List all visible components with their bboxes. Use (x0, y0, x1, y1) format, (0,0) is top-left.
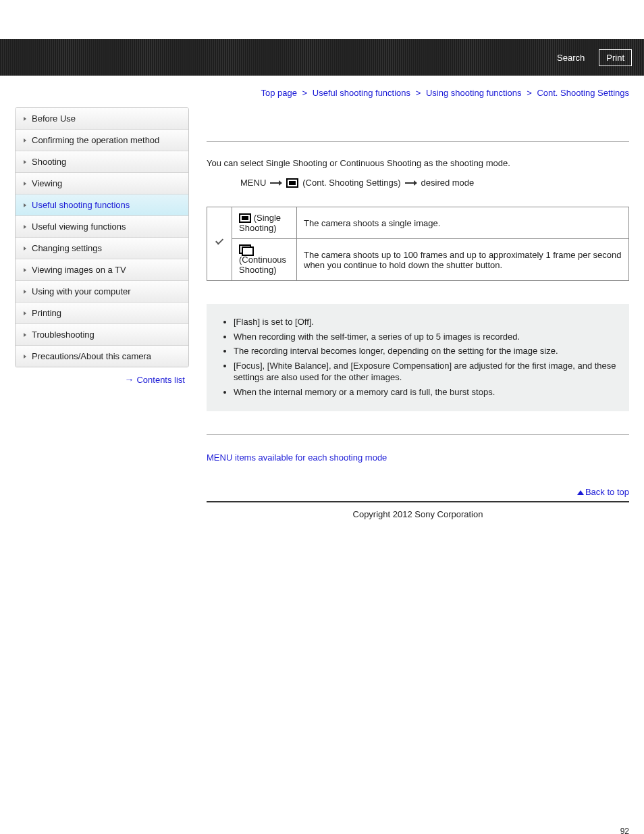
sidebar-item-9[interactable]: Printing (16, 303, 188, 324)
single-shooting-icon (286, 178, 298, 188)
note-item: When the internal memory or a memory car… (234, 386, 617, 398)
note-item: [Focus], [White Balance], and [Exposure … (234, 360, 617, 384)
breadcrumb-sep: > (413, 88, 424, 98)
note-item: [Flash] is set to [Off]. (234, 316, 617, 328)
sidebar-item-1[interactable]: Confirming the operation method (16, 130, 188, 151)
menu-label: MENU (240, 178, 266, 188)
breadcrumb-sep: > (300, 88, 311, 98)
caret-right-icon (24, 182, 26, 186)
sidebar-item-8[interactable]: Using with your computer (16, 281, 188, 303)
breadcrumb-link-top[interactable]: Top page (261, 88, 297, 98)
back-to-top-wrap: Back to top (207, 463, 629, 501)
caret-right-icon (24, 333, 26, 337)
sidebar-item-label: Useful shooting functions (32, 200, 130, 210)
continuous-shooting-icon (239, 244, 251, 254)
caret-right-icon (24, 160, 26, 164)
table-row: (Continuous Shooting)The camera shoots u… (207, 239, 629, 281)
sidebar-item-4[interactable]: Useful shooting functions (16, 194, 188, 216)
triangle-up-icon (577, 490, 584, 495)
arrow-right-icon (405, 181, 417, 185)
sidebar-item-2[interactable]: Shooting (16, 151, 188, 173)
sidebar-item-3[interactable]: Viewing (16, 173, 188, 194)
top-bar: Search Print (0, 39, 644, 76)
caret-right-icon (24, 225, 26, 229)
single-shooting-icon (239, 213, 251, 223)
sidebar-item-0[interactable]: Before Use (16, 108, 188, 130)
note-item: When recording with the self-timer, a se… (234, 331, 617, 343)
sidebar-item-label: Viewing (32, 178, 62, 188)
menu-path: MENU (Cont. Shooting Settings) desired m… (207, 178, 629, 188)
note-item: The recording interval becomes longer, d… (234, 345, 617, 357)
mode-label: (Continuous Shooting) (239, 255, 286, 275)
search-button[interactable]: Search (549, 49, 592, 66)
caret-right-icon (24, 246, 26, 251)
caret-right-icon (24, 117, 26, 121)
intro-text: You can select Single Shooting or Contin… (207, 158, 629, 168)
mode-cell: (Continuous Shooting) (232, 239, 297, 281)
arrow-right-icon: → (124, 374, 136, 385)
sidebar-item-label: Viewing images on a TV (32, 265, 126, 275)
main-content: You can select Single Shooting or Contin… (189, 105, 629, 519)
shooting-modes-table: (Single Shooting)The camera shoots a sin… (207, 207, 629, 281)
sidebar-nav: Before UseConfirming the operation metho… (15, 107, 189, 367)
sidebar-item-label: Changing settings (32, 243, 102, 253)
mode-description: The camera shoots a single image. (297, 207, 629, 239)
contents-list-link[interactable]: →Contents list (124, 375, 185, 385)
sidebar-item-label: Using with your computer (32, 286, 131, 296)
menu-section-label: (Cont. Shooting Settings) (302, 178, 400, 188)
divider (207, 141, 629, 142)
breadcrumb-current: Cont. Shooting Settings (537, 88, 629, 98)
sidebar-item-10[interactable]: Troubleshooting (16, 324, 188, 346)
breadcrumb: Top page > Useful shooting functions > U… (0, 76, 644, 105)
sidebar-item-label: Troubleshooting (32, 330, 95, 340)
caret-right-icon (24, 290, 26, 294)
breadcrumb-link-1[interactable]: Useful shooting functions (313, 88, 410, 98)
related-topic-link[interactable]: MENU items available for each shooting m… (207, 452, 387, 463)
sidebar-item-label: Shooting (32, 157, 66, 167)
caret-right-icon (24, 355, 26, 359)
menu-target-label: desired mode (421, 178, 475, 188)
sidebar-item-label: Confirming the operation method (32, 135, 159, 145)
caret-right-icon (24, 311, 26, 315)
caret-right-icon (24, 138, 26, 142)
sidebar-item-label: Useful viewing functions (32, 221, 126, 232)
arrow-right-icon (270, 181, 282, 185)
sidebar-item-6[interactable]: Changing settings (16, 238, 188, 259)
sidebar-item-5[interactable]: Useful viewing functions (16, 216, 188, 238)
sidebar-item-label: Before Use (32, 113, 76, 124)
contents-list-wrap: →Contents list (15, 367, 189, 385)
caret-right-icon (24, 203, 26, 207)
divider (207, 434, 629, 435)
breadcrumb-link-2[interactable]: Using shooting functions (426, 88, 522, 98)
table-row: (Single Shooting)The camera shoots a sin… (207, 207, 629, 239)
sidebar-item-7[interactable]: Viewing images on a TV (16, 259, 188, 281)
sidebar-item-11[interactable]: Precautions/About this camera (16, 346, 188, 367)
back-to-top-link[interactable]: Back to top (577, 487, 629, 497)
sidebar-item-label: Precautions/About this camera (32, 351, 151, 361)
notes-box: [Flash] is set to [Off].When recording w… (207, 304, 629, 411)
mode-cell: (Single Shooting) (232, 207, 297, 239)
checkmark-icon (214, 238, 225, 248)
copyright-text: Copyright 2012 Sony Corporation (207, 502, 629, 519)
check-cell (207, 207, 232, 281)
notes-list: [Flash] is set to [Off].When recording w… (219, 316, 617, 398)
breadcrumb-sep: > (524, 88, 535, 98)
caret-right-icon (24, 268, 26, 272)
sidebar-item-label: Printing (32, 308, 61, 318)
page-number: 92 (620, 827, 629, 834)
mode-description: The camera shoots up to 100 frames and u… (297, 239, 629, 281)
print-button[interactable]: Print (599, 49, 632, 66)
